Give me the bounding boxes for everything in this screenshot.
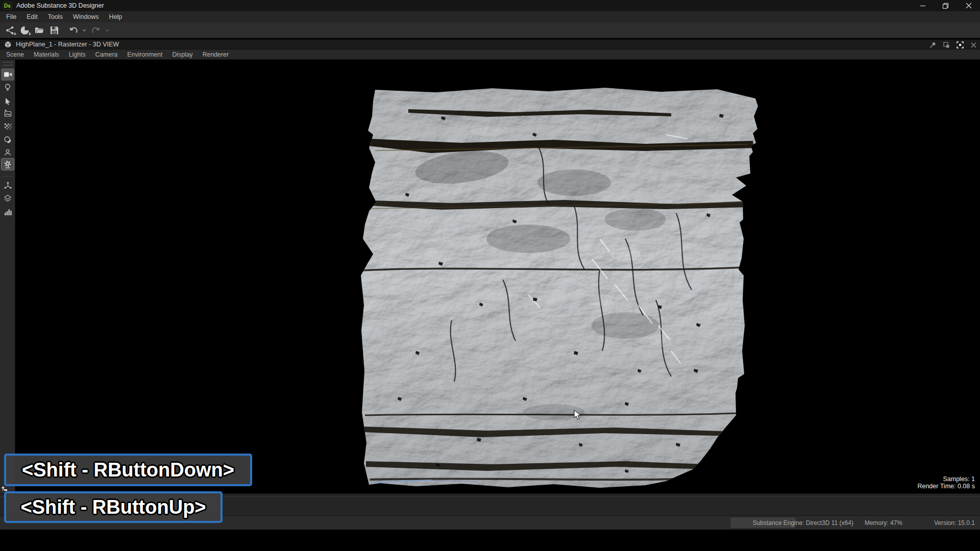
pin-icon[interactable] xyxy=(929,41,937,49)
checker-view-button[interactable] xyxy=(1,120,14,133)
render-time-readout: Render Time: 0.08 s xyxy=(917,483,975,490)
head-tracking-button[interactable] xyxy=(1,146,14,158)
substance-designer-logo-icon: Ds xyxy=(3,2,12,10)
input-overlay-shift-rbuttondown: <Shift - RButtonDown> xyxy=(4,454,252,486)
menu-edit[interactable]: Edit xyxy=(27,13,38,20)
panel-title: HighPlane_1 - Rasterizer - 3D VIEW xyxy=(16,41,119,48)
vp-menu-materials[interactable]: Materials xyxy=(34,51,59,58)
viewport-tool-rail xyxy=(0,60,15,493)
cursor-arrow-icon xyxy=(5,97,11,105)
mouse-cursor xyxy=(574,410,582,421)
menu-help[interactable]: Help xyxy=(109,13,122,20)
checker-grid-icon xyxy=(4,123,12,131)
window-title: Adobe Substance 3D Designer xyxy=(16,2,104,9)
sphere-shaded-icon xyxy=(4,136,12,144)
menu-file[interactable]: File xyxy=(6,13,16,20)
select-tool-button[interactable] xyxy=(1,95,14,107)
vp-menu-lights[interactable]: Lights xyxy=(69,51,86,58)
plus-overlay-icon: + xyxy=(13,32,16,36)
minimize-button[interactable] xyxy=(911,0,934,11)
image-sparkle-icon xyxy=(4,109,12,117)
axis-gizmo-icon xyxy=(4,181,12,190)
redo-button[interactable] xyxy=(89,23,103,37)
version-status: Version: 15.0.1 xyxy=(934,519,975,527)
open-folder-icon xyxy=(34,25,44,35)
panel-header-buttons xyxy=(929,40,979,50)
plus-overlay-icon: + xyxy=(28,32,31,36)
save-icon xyxy=(50,26,59,35)
menu-windows[interactable]: Windows xyxy=(73,13,99,20)
vp-menu-environment[interactable]: Environment xyxy=(127,51,162,58)
camera-icon xyxy=(4,71,12,78)
redo-icon xyxy=(91,26,101,35)
vp-menu-scene[interactable]: Scene xyxy=(6,51,24,58)
vp-menu-display[interactable]: Display xyxy=(172,51,192,58)
cube-3d-icon xyxy=(4,41,12,48)
open-button[interactable] xyxy=(33,23,46,37)
save-button[interactable] xyxy=(47,23,61,37)
vp-menu-renderer[interactable]: Renderer xyxy=(203,51,229,58)
sphere-view-button[interactable] xyxy=(1,134,14,146)
rail-grip-handle[interactable] xyxy=(3,62,13,66)
engine-status: Substance Engine: Direct3D 11 (x64) xyxy=(753,519,853,527)
samples-readout: Samples: 1 xyxy=(917,475,975,483)
render-stats: Samples: 1 Render Time: 0.08 s xyxy=(917,475,975,491)
restore-button[interactable] xyxy=(934,0,957,11)
window-controls xyxy=(911,0,980,11)
close-button[interactable] xyxy=(957,0,980,11)
display-settings-button[interactable] xyxy=(1,158,14,170)
rail-divider xyxy=(2,176,13,177)
viewport-menu-bar: Scene Materials Lights Camera Environmen… xyxy=(0,49,980,60)
title-bar: Ds Adobe Substance 3D Designer xyxy=(0,0,980,11)
redo-history-dropdown[interactable] xyxy=(104,23,110,37)
light-bulb-icon xyxy=(4,84,11,92)
histogram-icon xyxy=(4,208,12,216)
close-panel-icon[interactable] xyxy=(970,42,977,48)
application-window: Ds Adobe Substance 3D Designer File Edit… xyxy=(0,0,980,551)
badge-text: <Shift - RButtonDown> xyxy=(22,459,234,481)
input-overlay-shift-rbuttonup: <Shift - RButtonUp> xyxy=(4,491,223,523)
person-icon xyxy=(4,148,12,156)
new-package-button[interactable]: + xyxy=(18,23,31,37)
rock-mesh-render xyxy=(360,86,759,490)
main-area: Samples: 1 Render Time: 0.08 s xyxy=(0,60,980,493)
undo-history-dropdown[interactable] xyxy=(81,23,87,37)
diamond-layers-icon xyxy=(4,194,12,203)
new-graph-button[interactable]: + xyxy=(3,23,16,37)
transform-gizmo-button[interactable] xyxy=(1,179,14,191)
texture-view-button[interactable] xyxy=(1,107,14,119)
focus-panel-icon[interactable] xyxy=(956,41,964,49)
3d-view-panel-header[interactable]: HighPlane_1 - Rasterizer - 3D VIEW xyxy=(0,39,980,49)
camera-tool-button[interactable] xyxy=(1,68,14,81)
memory-status: Memory: 47% xyxy=(865,519,902,527)
light-tool-button[interactable] xyxy=(1,82,14,94)
main-menu-bar: File Edit Tools Windows Help xyxy=(0,11,980,22)
histogram-button[interactable] xyxy=(1,206,14,218)
badge-text: <Shift - RButtonUp> xyxy=(20,496,206,518)
bottom-letterbox xyxy=(0,530,980,551)
menu-tools[interactable]: Tools xyxy=(48,13,63,20)
gear-icon xyxy=(4,160,12,169)
main-toolbar: + + xyxy=(0,22,980,38)
vp-menu-camera[interactable]: Camera xyxy=(95,51,118,58)
3d-viewport[interactable]: Samples: 1 Render Time: 0.08 s xyxy=(16,60,980,493)
restore-panel-icon[interactable] xyxy=(943,41,950,48)
undo-icon xyxy=(68,26,78,35)
layers-view-button[interactable] xyxy=(1,192,14,205)
undo-button[interactable] xyxy=(66,23,80,37)
